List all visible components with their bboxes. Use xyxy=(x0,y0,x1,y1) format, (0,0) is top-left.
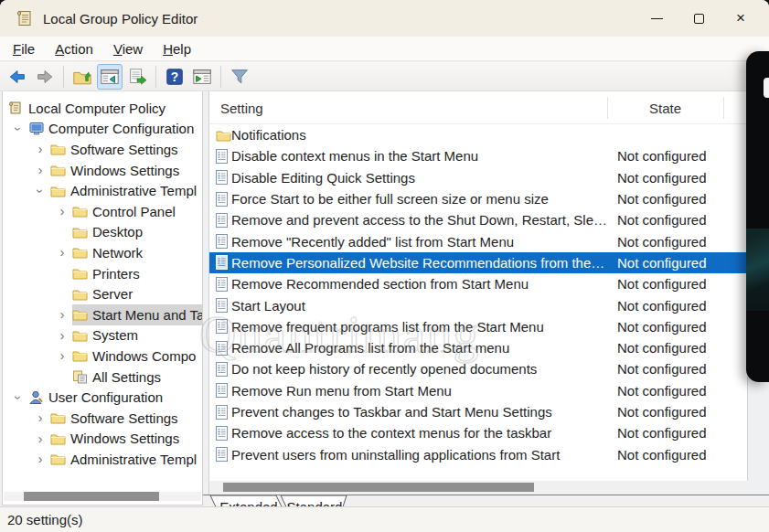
toolbar-separator xyxy=(220,66,221,88)
chevron-right-icon[interactable]: › xyxy=(52,204,72,218)
folder-icon xyxy=(50,164,70,176)
tree-item-all-settings[interactable]: All Settings xyxy=(3,367,202,388)
tree-item-label: All Settings xyxy=(92,369,161,385)
status-bar: 20 setting(s) xyxy=(0,506,769,532)
list-row[interactable]: Notifications xyxy=(209,124,747,145)
tree-item-windows-settings-user[interactable]: ›Windows Settings xyxy=(3,429,202,450)
minimize-icon[interactable] xyxy=(635,0,678,37)
chevron-right-icon[interactable]: › xyxy=(52,328,72,343)
tree-item-windows-settings[interactable]: ›Windows Settings xyxy=(3,160,202,181)
folder-icon xyxy=(72,226,92,239)
window-title: Local Group Policy Editor xyxy=(43,11,198,27)
setting-icon xyxy=(209,255,231,270)
close-icon[interactable]: × xyxy=(720,0,762,37)
help-icon[interactable]: ? xyxy=(162,64,187,90)
list-row[interactable]: Remove All Programs list from the Start … xyxy=(209,337,747,358)
settings-list-pane: Setting State Notifications Disable cont… xyxy=(208,91,748,481)
list-row[interactable]: Remove "Recently added" list from Start … xyxy=(209,230,747,251)
list-row-selected[interactable]: Remove Personalized Website Recommendati… xyxy=(209,252,747,273)
tree-item-local-computer-policy[interactable]: Local Computer Policy xyxy=(3,98,202,119)
scrollbar-thumb[interactable] xyxy=(223,483,534,492)
title-bar[interactable]: Local Group Policy Editor × xyxy=(0,0,769,37)
tree-item-system[interactable]: ›System xyxy=(3,325,202,346)
folder-icon xyxy=(50,432,70,445)
tree-item-start-menu-and-taskbar[interactable]: ›Start Menu and Ta xyxy=(3,304,202,325)
column-header-state[interactable]: State xyxy=(607,101,723,116)
export-list-icon[interactable] xyxy=(124,64,150,90)
column-divider[interactable] xyxy=(723,97,724,119)
folder-icon xyxy=(72,329,92,342)
tree-item-label: Desktop xyxy=(92,224,143,239)
folder-icon xyxy=(72,288,92,301)
tree-item-network[interactable]: ›Network xyxy=(3,242,202,263)
list-row[interactable]: Disable context menus in the Start MenuN… xyxy=(209,145,747,166)
chevron-right-icon[interactable]: › xyxy=(30,410,50,425)
back-icon[interactable] xyxy=(5,64,30,90)
list-horizontal-scrollbar[interactable] xyxy=(208,481,748,495)
setting-icon xyxy=(209,447,231,462)
tree-item-label: Administrative Templ xyxy=(70,452,197,467)
toolbar: ? xyxy=(0,62,769,91)
chevron-down-icon[interactable]: › xyxy=(33,181,48,201)
menu-help[interactable]: Help xyxy=(159,39,195,59)
chevron-right-icon[interactable]: › xyxy=(52,307,72,322)
menu-view[interactable]: View xyxy=(110,39,146,59)
tree-item-label: Windows Settings xyxy=(70,163,179,178)
maximize-icon[interactable] xyxy=(678,0,720,37)
tree-item-administrative-templates[interactable]: ›Administrative Templ xyxy=(3,180,202,201)
list-row[interactable]: Start LayoutNot configured xyxy=(209,294,747,315)
tree-item-label: System xyxy=(92,327,138,343)
tree-item-software-settings-user[interactable]: ›Software Settings xyxy=(3,408,202,429)
tree-item-printers[interactable]: Printers xyxy=(3,263,202,284)
list-row[interactable]: Prevent changes to Taskbar and Start Men… xyxy=(209,401,747,422)
list-row[interactable]: Remove access to the context menus for t… xyxy=(209,422,747,443)
gpedit-window: Local Group Policy Editor × File Action … xyxy=(0,0,769,532)
tree-item-desktop[interactable]: Desktop xyxy=(3,222,202,243)
chevron-right-icon[interactable]: › xyxy=(30,142,50,156)
column-header-setting[interactable]: Setting xyxy=(220,101,263,116)
tree-item-user-configuration[interactable]: ›User Configuration xyxy=(3,387,202,408)
tree-item-label: Server xyxy=(92,286,133,302)
tree-item-computer-configuration[interactable]: ›Computer Configuration xyxy=(3,119,202,140)
list-row[interactable]: Remove Recommended section from Start Me… xyxy=(209,273,747,294)
setting-icon xyxy=(209,298,231,313)
setting-icon xyxy=(209,362,231,377)
tree-item-administrative-templates-user[interactable]: ›Administrative Templ xyxy=(3,449,202,470)
column-divider[interactable] xyxy=(607,97,608,119)
tree-item-control-panel[interactable]: ›Control Panel xyxy=(3,201,202,222)
tree-item-software-settings[interactable]: ›Software Settings xyxy=(3,139,202,160)
chevron-right-icon[interactable]: › xyxy=(30,431,50,446)
tree-item-label: Local Computer Policy xyxy=(28,101,166,116)
chevron-right-icon[interactable]: › xyxy=(30,163,50,177)
tree-item-windows-components[interactable]: ›Windows Compo xyxy=(3,346,202,367)
list-row[interactable]: Prevent users from uninstalling applicat… xyxy=(209,443,747,464)
chevron-down-icon[interactable]: › xyxy=(11,388,26,408)
filter-icon[interactable] xyxy=(227,64,252,90)
list-row[interactable]: Disable Editing Quick SettingsNot config… xyxy=(209,167,747,188)
show-console-tree-icon[interactable] xyxy=(97,64,123,90)
tree-horizontal-scrollbar[interactable] xyxy=(4,492,201,501)
setting-icon xyxy=(209,319,231,334)
tree-item-server[interactable]: Server xyxy=(3,283,202,304)
list-row[interactable]: Do not keep history of recently opened d… xyxy=(209,358,747,379)
background-window[interactable] xyxy=(746,51,769,382)
list-row[interactable]: Force Start to be either full screen siz… xyxy=(209,188,747,209)
up-one-level-icon[interactable] xyxy=(69,64,95,90)
chevron-right-icon[interactable]: › xyxy=(30,452,50,466)
menu-file[interactable]: File xyxy=(9,39,38,59)
scrollbar-thumb[interactable] xyxy=(24,492,159,501)
tree-item-label: Network xyxy=(92,245,143,261)
list-row[interactable]: Remove and prevent access to the Shut Do… xyxy=(209,209,747,230)
chevron-right-icon[interactable]: › xyxy=(52,245,72,260)
tree-item-label: Start Menu and Ta xyxy=(92,307,202,323)
list-row[interactable]: Remove frequent programs list from the S… xyxy=(209,316,747,337)
list-header: Setting State xyxy=(209,91,747,124)
menu-action[interactable]: Action xyxy=(51,39,97,59)
setting-icon xyxy=(209,149,231,164)
chevron-right-icon[interactable]: › xyxy=(52,348,72,363)
forward-icon[interactable] xyxy=(32,64,58,90)
chevron-down-icon[interactable]: › xyxy=(11,119,26,139)
show-properties-icon[interactable] xyxy=(189,64,215,90)
list-row[interactable]: Remove Run menu from Start MenuNot confi… xyxy=(209,380,747,401)
content-area: Local Computer Policy ›Computer Configur… xyxy=(0,91,769,506)
